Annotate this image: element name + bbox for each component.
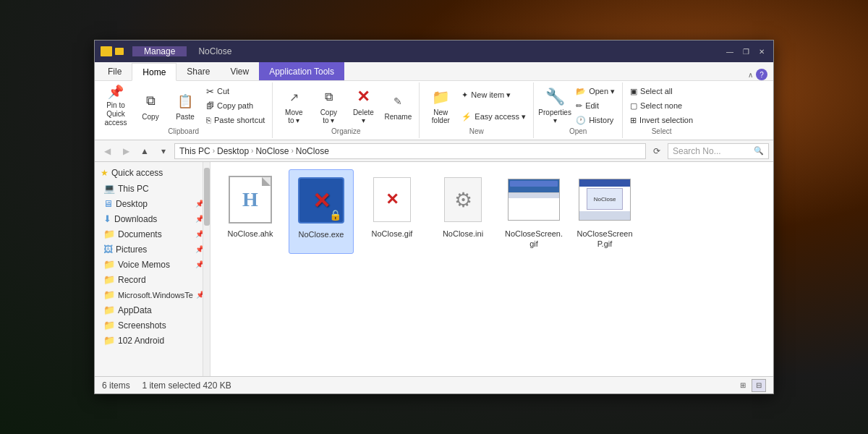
rename-button[interactable]: ✎ Rename [381, 84, 414, 127]
tab-home[interactable]: Home [132, 63, 176, 81]
open-label: Open [569, 127, 587, 137]
screen2-icon: NoClose [579, 179, 631, 221]
file-item-noclose-screen2[interactable]: NoClose NoCloseScreenP.gif [572, 169, 637, 254]
lock-icon: 🔒 [329, 209, 341, 221]
history-button[interactable]: 🕐 History [573, 114, 618, 127]
paste-shortcut-button[interactable]: ⎘ Paste shortcut [203, 114, 268, 127]
copy-button[interactable]: ⧉ Copy [134, 84, 167, 127]
close-button[interactable]: ✕ [756, 46, 767, 57]
gif-file-icon: ✕ [373, 177, 411, 222]
ahk-filename: NoClose.ahk [228, 229, 273, 239]
search-box[interactable]: Search No... 🔍 [668, 143, 769, 159]
properties-button[interactable]: 🔧 Properties▾ [538, 84, 571, 127]
sidebar-item-voice-memos[interactable]: 📁 Voice Memos 📌 [95, 257, 210, 272]
invert-selection-button[interactable]: ⊞ Invert selection [627, 114, 696, 127]
ini-file-icon: ⚙ [444, 177, 482, 222]
help-btn[interactable]: ? [756, 69, 767, 80]
folder-icon: 📁 [430, 87, 451, 107]
ribbon-group-select: ▣ Select all ▢ Select none ⊞ Invert sele… [623, 82, 700, 138]
ahk-file-icon [229, 176, 272, 224]
voice-memos-icon: 📁 [103, 259, 115, 270]
search-placeholder: Search No... [673, 146, 721, 156]
easy-access-button[interactable]: ⚡ Easy access ▾ [459, 110, 529, 123]
copy-path-button[interactable]: 🗐 Copy path [203, 99, 268, 112]
select-content: ▣ Select all ▢ Select none ⊞ Invert sele… [627, 84, 696, 127]
organize-label: Organize [331, 127, 361, 137]
up-button[interactable]: ▲ [137, 143, 153, 159]
forward-button[interactable]: ▶ [118, 143, 134, 159]
select-none-button[interactable]: ▢ Select none [627, 99, 696, 112]
screen1-icon [508, 179, 560, 221]
large-icons-view-btn[interactable]: ⊟ [752, 379, 766, 392]
sidebar-item-documents[interactable]: 📁 Documents 📌 [95, 226, 210, 242]
ribbon-group-new: 📁 Newfolder ✦ New item ▾ ⚡ Easy access ▾… [420, 82, 534, 138]
pin-icon: 📌 [106, 84, 126, 100]
address-path[interactable]: This PC › Desktop › NoClose › NoClose [174, 143, 646, 159]
file-item-noclose-screen1[interactable]: NoCloseScreen.gif [501, 169, 566, 254]
restore-button[interactable]: ❐ [740, 46, 752, 57]
refresh-button[interactable]: ⟳ [649, 143, 665, 159]
open-button[interactable]: 📂 Open ▾ [573, 85, 618, 98]
edit-button[interactable]: ✏ Edit [573, 99, 618, 112]
appdata-icon: 📁 [103, 305, 115, 315]
tab-file[interactable]: File [98, 62, 132, 80]
new-label: New [469, 127, 484, 137]
sidebar-item-desktop[interactable]: 🖥 Desktop 📌 [95, 196, 210, 211]
gif-filename: NoClose.gif [372, 229, 413, 239]
computer-icon: 💻 [103, 183, 115, 194]
paste-button[interactable]: 📋 Paste [169, 84, 202, 127]
select-all-button[interactable]: ▣ Select all [627, 85, 696, 98]
details-view-btn[interactable]: ⊞ [736, 379, 750, 392]
sidebar-item-ms-windows[interactable]: 📁 Microsoft.WindowsTe 📌 [95, 287, 210, 302]
copy-to-button[interactable]: ⧉ Copyto ▾ [312, 84, 345, 127]
file-item-noclose-exe[interactable]: ✕ 🔒 NoClose.exe [289, 169, 354, 254]
copy-to-icon: ⧉ [318, 87, 339, 107]
title-tab-manage[interactable]: Manage [132, 46, 187, 56]
minimize-button[interactable]: — [724, 46, 736, 57]
exe-file-icon: ✕ 🔒 [298, 177, 344, 224]
desktop-icon: 🖥 [103, 198, 113, 209]
selected-info: 1 item selected 420 KB [142, 380, 231, 391]
title-tab-noclose[interactable]: NoClose [187, 46, 243, 56]
delete-button[interactable]: ✕ Delete▾ [346, 84, 380, 127]
rename-icon: ✎ [388, 91, 408, 111]
pictures-icon: 🖼 [103, 244, 113, 255]
recent-button[interactable]: ▾ [156, 143, 171, 159]
new-item-button[interactable]: ✦ New item ▾ [459, 88, 529, 101]
sidebar-item-pictures[interactable]: 🖼 Pictures 📌 [95, 242, 210, 257]
paste-shortcut-icon: ⎘ [206, 116, 211, 124]
sidebar-scrollbar[interactable] [203, 162, 210, 376]
tab-share[interactable]: Share [176, 62, 220, 80]
gif-thumb: ✕ [366, 174, 418, 226]
item-count: 6 items [102, 380, 130, 391]
tab-application-tools[interactable]: Application Tools [259, 62, 344, 80]
move-to-button[interactable]: ↗ Moveto ▾ [277, 84, 310, 127]
tab-view[interactable]: View [220, 62, 259, 80]
new-folder-button[interactable]: 📁 Newfolder [424, 84, 457, 127]
pin-to-quick-access-button[interactable]: 📌 Pin to Quickaccess [99, 84, 132, 127]
screen1-filename: NoCloseScreen.gif [504, 229, 563, 250]
sidebar-item-this-pc[interactable]: 💻 This PC [95, 181, 210, 196]
new-content: 📁 Newfolder ✦ New item ▾ ⚡ Easy access ▾ [424, 84, 529, 127]
ribbon-group-clipboard: 📌 Pin to Quickaccess ⧉ Copy 📋 Paste ✂ Cu… [95, 82, 273, 138]
back-button[interactable]: ◀ [99, 143, 115, 159]
downloads-icon: ⬇ [103, 213, 111, 224]
move-icon: ↗ [284, 87, 304, 107]
ini-thumb: ⚙ [437, 174, 489, 226]
delete-icon: ✕ [353, 87, 373, 107]
ms-folder-icon: 📁 [103, 289, 115, 300]
sidebar: ★ Quick access 💻 This PC 🖥 Desktop 📌 ⬇ [95, 162, 210, 376]
sidebar-item-downloads[interactable]: ⬇ Downloads 📌 [95, 211, 210, 226]
sidebar-item-102android[interactable]: 📁 102 Android [95, 333, 210, 348]
ribbon-collapse-btn[interactable]: ∧ [748, 71, 753, 79]
file-item-noclose-ahk[interactable]: NoClose.ahk [218, 169, 283, 254]
sidebar-item-appdata[interactable]: 📁 AppData [95, 302, 210, 318]
cut-button[interactable]: ✂ Cut [203, 85, 268, 98]
sidebar-item-screenshots[interactable]: 📁 Screenshots [95, 318, 210, 333]
sidebar-item-record[interactable]: 📁 Record [95, 272, 210, 287]
copy-path-icon: 🗐 [206, 101, 214, 110]
open-content: 🔧 Properties▾ 📂 Open ▾ ✏ Edit 🕐 History [538, 84, 618, 127]
file-item-noclose-ini[interactable]: ⚙ NoClose.ini [430, 169, 495, 254]
search-icon: 🔍 [754, 146, 764, 156]
file-item-noclose-gif[interactable]: ✕ NoClose.gif [359, 169, 425, 254]
